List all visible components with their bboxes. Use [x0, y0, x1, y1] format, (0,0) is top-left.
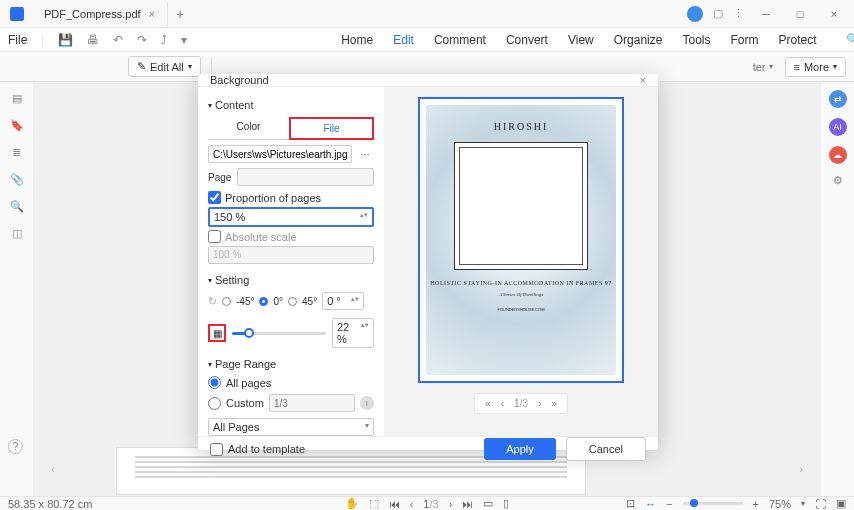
dialog-close-button[interactable]: × [640, 74, 646, 86]
radio-custom[interactable]: Custom i [208, 394, 374, 412]
more-button[interactable]: ≡ More ▾ [785, 57, 846, 77]
user-avatar[interactable] [687, 6, 703, 22]
tab-home[interactable]: Home [341, 33, 373, 47]
select-icon[interactable]: ⬚ [369, 497, 379, 510]
zoom-in-icon[interactable]: + [753, 498, 759, 510]
rot-45[interactable] [288, 297, 297, 306]
apply-button[interactable]: Apply [484, 438, 556, 460]
file-menu[interactable]: File [8, 33, 27, 47]
undo-icon[interactable]: ↶ [113, 33, 123, 47]
tab-protect[interactable]: Protect [778, 33, 816, 47]
edit-all-button[interactable]: ✎ Edit All ▾ [128, 56, 201, 77]
rotate-icon: ↻ [208, 295, 217, 308]
prev-page-arrow[interactable]: ‹ [46, 462, 60, 476]
tab-organize[interactable]: Organize [614, 33, 663, 47]
share-panel-icon[interactable]: ⇄ [829, 90, 847, 108]
pages-select[interactable]: All Pages▾ [208, 418, 374, 436]
share-icon[interactable]: ⤴ [161, 33, 167, 47]
print-icon[interactable]: 🖶 [87, 33, 99, 47]
more-label: More [804, 61, 829, 73]
close-window-button[interactable]: × [822, 5, 846, 23]
app-icon [10, 7, 24, 21]
read-mode-icon[interactable]: ▣ [836, 497, 846, 510]
view-icon[interactable]: ▭ [483, 497, 493, 510]
tab-file[interactable]: File [289, 117, 374, 140]
help-icon[interactable]: ? [8, 439, 23, 454]
cancel-button[interactable]: Cancel [566, 437, 646, 461]
zoom-slider[interactable] [683, 502, 743, 505]
layers-icon[interactable]: ◫ [12, 227, 22, 240]
add-template-checkbox[interactable]: Add to template [210, 443, 305, 456]
edit-all-label: Edit All [150, 61, 184, 73]
page-label: Page [208, 172, 233, 183]
page-input[interactable] [237, 168, 374, 186]
info-icon[interactable]: i [360, 396, 374, 410]
cloud-icon[interactable]: ☁ [829, 146, 847, 164]
titlebar: PDF_Compress.pdf × + ▢ ⋮ ─ □ × [0, 0, 854, 28]
section-content[interactable]: ▾Content [208, 99, 374, 111]
ai-icon[interactable]: AI [829, 118, 847, 136]
minimize-button[interactable]: ─ [754, 5, 778, 23]
new-tab-button[interactable]: + [176, 6, 184, 22]
document-tab[interactable]: PDF_Compress.pdf × [32, 2, 168, 26]
tab-view[interactable]: View [568, 33, 594, 47]
settings-icon[interactable]: ⚙ [833, 174, 843, 187]
rot-custom-input[interactable]: 0 °▴▾ [322, 292, 364, 310]
tab-tools[interactable]: Tools [682, 33, 710, 47]
tab-color[interactable]: Color [208, 117, 289, 140]
view2-icon[interactable]: ▯ [503, 497, 509, 510]
tab-form[interactable]: Form [730, 33, 758, 47]
chevron-down-icon[interactable]: ▾ [801, 499, 805, 508]
filter-button[interactable]: ter ▾ [753, 61, 773, 73]
bookmark-icon[interactable]: 🔖 [10, 119, 24, 132]
search-tools[interactable]: 🔍 Search Tools [846, 28, 854, 52]
hamburger-icon: ≡ [794, 61, 800, 73]
rot-minus45[interactable] [222, 297, 231, 306]
search-panel-icon[interactable]: 🔍 [10, 200, 24, 213]
chevron-down-icon: ▾ [188, 62, 192, 71]
tab-convert[interactable]: Convert [506, 33, 548, 47]
preview-title: HIROSHI [494, 121, 549, 132]
next-page-arrow[interactable]: › [794, 462, 808, 476]
last-page-button[interactable]: » [551, 398, 557, 409]
opacity-input[interactable]: 22 %▴▾ [332, 318, 374, 348]
opacity-row: ▦ 22 %▴▾ [208, 318, 374, 348]
proportion-checkbox[interactable]: Proportion of pages [208, 191, 374, 204]
first-page-button[interactable]: « [485, 398, 491, 409]
opacity-icon: ▦ [208, 324, 226, 342]
prev-icon[interactable]: ‹ [410, 498, 414, 510]
list-icon[interactable]: ≣ [12, 146, 21, 159]
radio-all-pages[interactable]: All pages [208, 376, 374, 389]
last-icon[interactable]: ⏭ [462, 498, 473, 510]
fullscreen-icon[interactable]: ⛶ [815, 498, 826, 510]
section-page-range[interactable]: ▾Page Range [208, 358, 374, 370]
prev-page-button[interactable]: ‹ [501, 398, 504, 409]
zoom-out-icon[interactable]: − [666, 498, 672, 510]
width-icon[interactable]: ↔ [645, 498, 656, 510]
opacity-slider[interactable] [232, 332, 326, 335]
box-icon[interactable]: ▢ [713, 7, 723, 20]
kebab-icon[interactable]: ⋮ [733, 7, 744, 20]
rot-0[interactable] [259, 297, 268, 306]
proportion-value[interactable]: 150 %▴▾ [208, 207, 374, 227]
preview-caption1: HOLISTIC STAYING-IN ACCOMMODATION IN FRA… [430, 280, 611, 286]
browse-button[interactable]: ··· [356, 148, 374, 160]
next-page-button[interactable]: › [538, 398, 541, 409]
attachment-icon[interactable]: 📎 [10, 173, 24, 186]
save-icon[interactable]: 💾 [58, 33, 73, 47]
maximize-button[interactable]: □ [788, 5, 812, 23]
close-tab-icon[interactable]: × [149, 8, 155, 20]
file-path-input[interactable] [208, 145, 352, 163]
thumbnail-icon[interactable]: ▤ [12, 92, 22, 105]
first-icon[interactable]: ⏮ [389, 498, 400, 510]
redo-icon[interactable]: ↷ [137, 33, 147, 47]
dropdown-icon[interactable]: ▾ [181, 33, 187, 47]
custom-range-input[interactable] [269, 394, 355, 412]
section-setting[interactable]: ▾Setting [208, 274, 374, 286]
absolute-scale-checkbox[interactable]: Absolute scale [208, 230, 374, 243]
tab-comment[interactable]: Comment [434, 33, 486, 47]
tab-edit[interactable]: Edit [393, 33, 414, 47]
hand-icon[interactable]: ✋ [345, 497, 359, 510]
fit-icon[interactable]: ⊡ [626, 497, 635, 510]
next-icon[interactable]: › [449, 498, 453, 510]
